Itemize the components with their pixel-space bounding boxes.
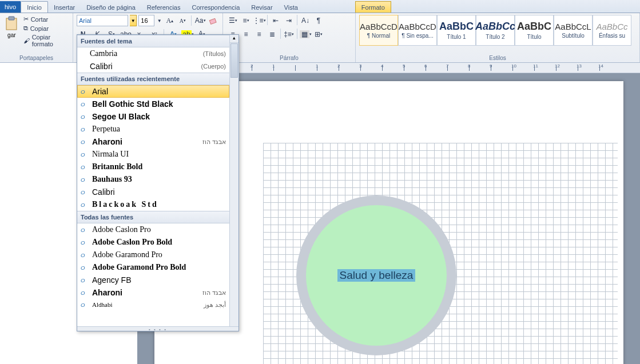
tab-referencias[interactable]: Referencias	[141, 2, 186, 13]
oval-shape[interactable]: Salud y belleza	[296, 195, 456, 355]
font-option-segoe-ui-black[interactable]: OSegoe UI Black	[77, 110, 229, 123]
font-option-britannic-bold[interactable]: OBritannic Bold	[77, 161, 229, 173]
numbering-button[interactable]: ≡▾	[240, 15, 252, 26]
font-size-input[interactable]	[138, 15, 154, 26]
font-option-aldhabi[interactable]: OAldhabiأبجد هوز	[77, 299, 229, 310]
tab-file[interactable]: hivo	[0, 1, 21, 13]
font-option-adobe-caslon-pro[interactable]: OAdobe Caslon Pro	[77, 223, 229, 236]
change-case-button[interactable]: Aa▾	[194, 15, 206, 26]
format-painter-button[interactable]: 🖌Copiar formato	[21, 33, 69, 48]
truetype-icon: O	[81, 238, 89, 246]
font-option-hint: (Títulos)	[203, 50, 226, 57]
tab-correspondencia[interactable]: Correspondencia	[186, 2, 246, 13]
style-t-tulo-2[interactable]: AaBbCcTítulo 2	[476, 15, 515, 46]
shading-button[interactable]: ▦▾	[299, 29, 312, 40]
truetype-icon: O	[81, 188, 89, 196]
font-option-adobe-caslon-pro-bold[interactable]: OAdobe Caslon Pro Bold	[77, 236, 229, 249]
align-right-button[interactable]: ≡	[253, 29, 265, 40]
style--nfasis-su[interactable]: AaBbCcÉnfasis su	[593, 15, 631, 46]
font-option-label: Aharoni	[92, 288, 122, 297]
font-option-label: Adobe Garamond Pro Bold	[92, 263, 186, 272]
show-marks-button[interactable]: ¶	[312, 15, 325, 26]
clear-format-button[interactable]	[208, 15, 219, 26]
font-name-input[interactable]	[77, 15, 128, 26]
font-option-aharoni[interactable]: OAharoniאבגד הוז	[77, 135, 229, 148]
copy-icon: ⧉	[23, 25, 28, 32]
style-subt-tulo[interactable]: AaBbCcLSubtítulo	[554, 15, 593, 46]
tab-diseño-de-página[interactable]: Diseño de página	[81, 2, 141, 13]
copy-button[interactable]: ⧉Copiar	[21, 24, 69, 33]
shrink-font-button[interactable]: A▾	[177, 15, 188, 26]
group-label-paragraph: Párrafo	[226, 54, 352, 61]
line-spacing-button[interactable]: ‡≡▾	[283, 29, 295, 40]
shape-text[interactable]: Salud y belleza	[337, 269, 416, 282]
font-option-label: Arial	[92, 87, 108, 96]
style-t-tulo[interactable]: AaBbCTítulo	[515, 15, 554, 46]
align-center-button[interactable]: ≡	[240, 29, 252, 40]
tab-revisar[interactable]: Revisar	[245, 2, 278, 13]
truetype-icon: O	[81, 263, 89, 271]
svg-text:O: O	[81, 89, 85, 95]
font-option-hint: (Cuerpo)	[201, 63, 226, 70]
svg-text:O: O	[81, 126, 85, 133]
cut-button[interactable]: ✂Cortar	[21, 15, 69, 23]
font-option-arial[interactable]: OArial	[77, 85, 229, 98]
scroll-thumb[interactable]	[230, 43, 238, 78]
svg-rect-1	[9, 17, 14, 20]
sort-button[interactable]: A↓	[299, 15, 312, 26]
font-option-label: Adobe Caslon Pro	[92, 225, 151, 234]
style--sin-espa-[interactable]: AaBbCcD¶ Sin espa...	[398, 15, 437, 46]
truetype-icon: O	[81, 87, 89, 95]
resize-grip[interactable]: • • • •	[77, 326, 238, 331]
font-option-label: Adobe Caslon Pro Bold	[92, 238, 172, 247]
font-option-adobe-garamond-pro-bold[interactable]: OAdobe Garamond Pro Bold	[77, 261, 229, 274]
group-label-clipboard: Portapapeles	[3, 54, 69, 61]
scroll-up-icon[interactable]: ▴	[230, 35, 238, 43]
multilevel-button[interactable]: ⋮≡▾	[253, 15, 265, 26]
increase-indent-button[interactable]: ⇥	[283, 15, 295, 26]
font-option-label: Aharoni	[92, 137, 122, 146]
svg-text:O: O	[81, 189, 85, 195]
font-option-label: Aldhabi	[92, 301, 112, 308]
tab-format-context[interactable]: Formato	[355, 1, 391, 13]
truetype-icon: O	[81, 138, 89, 146]
font-option-label: Nirmala UI	[92, 150, 129, 159]
painter-label: Copiar formato	[32, 34, 67, 47]
bullets-button[interactable]: ☰▾	[226, 15, 239, 26]
style-t-tulo-1[interactable]: AaBbCTítulo 1	[437, 15, 476, 46]
brush-icon: 🖌	[23, 37, 30, 44]
font-option-perpetua[interactable]: OPerpetua	[77, 123, 229, 135]
svg-text:O: O	[81, 177, 85, 183]
font-option-hint: אבגד הוז	[202, 138, 226, 146]
font-option-label: Bauhaus 93	[92, 175, 132, 184]
font-option-bauhaus-93[interactable]: OBauhaus 93	[77, 173, 229, 186]
font-option-aharoni[interactable]: OAharoniאבגד הוז	[77, 286, 229, 299]
font-option-hint: أبجد هوز	[204, 301, 226, 309]
decrease-indent-button[interactable]: ⇤	[269, 15, 282, 26]
font-option-adobe-garamond-pro[interactable]: OAdobe Garamond Pro	[77, 249, 229, 261]
font-option-label: Blackoak Std	[92, 200, 158, 209]
justify-button[interactable]: ≣	[266, 29, 279, 40]
style--normal[interactable]: AaBbCcD¶ Normal	[359, 15, 398, 46]
tab-inicio[interactable]: Inicio	[21, 1, 48, 13]
font-option-bell-gothic-std-black[interactable]: OBell Gothic Std Black	[77, 98, 229, 110]
font-option-calibri[interactable]: Calibri(Cuerpo)	[77, 60, 229, 73]
paste-button[interactable]: gar	[3, 15, 20, 54]
tab-insertar[interactable]: Insertar	[48, 2, 81, 13]
font-option-calibri[interactable]: OCalibri	[77, 186, 229, 198]
dd-header-all: Todas las fuentes	[77, 211, 229, 223]
truetype-icon: O	[81, 175, 89, 183]
tab-vista[interactable]: Vista	[279, 2, 304, 13]
font-option-blackoak-std[interactable]: OBlackoak Std	[77, 198, 229, 211]
font-dropdown-button[interactable]: ▼	[130, 15, 137, 26]
font-option-cambria[interactable]: Cambria(Títulos)	[77, 47, 229, 60]
font-option-nirmala-ui[interactable]: ONirmala UI	[77, 148, 229, 161]
svg-text:O: O	[81, 290, 85, 296]
font-option-agency-fb[interactable]: OAgency FB	[77, 274, 229, 286]
truetype-icon: O	[81, 113, 89, 121]
dd-scrollbar[interactable]: ▴	[229, 35, 238, 326]
borders-button[interactable]: ⊞▾	[312, 29, 325, 40]
group-label-styles: Estilos	[359, 54, 636, 61]
grow-font-button[interactable]: A▴	[164, 15, 175, 26]
size-dropdown-button[interactable]: ▼	[156, 15, 162, 26]
